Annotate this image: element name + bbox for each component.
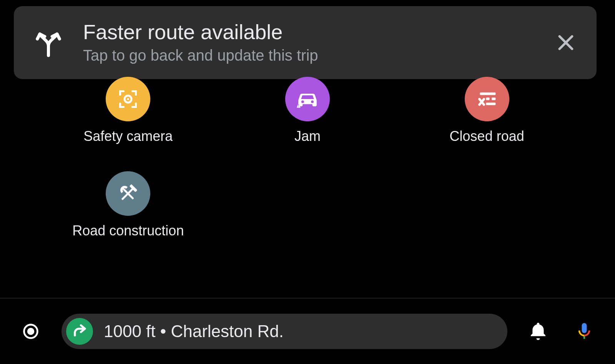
route-split-icon [25, 20, 71, 66]
svg-rect-5 [298, 106, 299, 107]
road-closed-icon [465, 77, 509, 121]
svg-point-14 [27, 328, 35, 335]
report-label: Road construction [72, 223, 184, 239]
banner-text-block: Faster route available Tap to go back an… [83, 21, 550, 64]
voice-assistant-button[interactable] [569, 316, 600, 347]
report-label: Jam [294, 128, 321, 144]
report-label: Closed road [450, 128, 524, 144]
svg-rect-8 [492, 98, 496, 100]
direction-text: 1000 ft • Charleston Rd. [104, 322, 284, 341]
report-jam[interactable]: Jam [226, 77, 390, 144]
car-alert-icon [285, 77, 330, 121]
turn-right-icon [66, 318, 93, 345]
report-road-construction[interactable]: Road construction [46, 171, 210, 239]
svg-point-3 [311, 101, 314, 103]
svg-rect-9 [486, 103, 495, 105]
report-safety-camera[interactable]: Safety camera [46, 77, 210, 144]
report-label: Safety camera [83, 128, 173, 144]
close-icon[interactable] [550, 27, 581, 58]
bottom-bar: 1000 ft • Charleston Rd. [0, 299, 615, 364]
faster-route-banner[interactable]: Faster route available Tap to go back an… [14, 6, 597, 79]
svg-rect-4 [298, 104, 299, 106]
report-closed-road[interactable]: Closed road [405, 77, 569, 144]
camera-focus-icon [106, 77, 150, 121]
navigation-pill[interactable]: 1000 ft • Charleston Rd. [62, 314, 507, 349]
svg-point-2 [301, 101, 304, 103]
svg-rect-6 [480, 93, 495, 95]
bottom-divider [0, 298, 615, 298]
app-launcher-button[interactable] [15, 316, 46, 347]
report-grid: Safety camera Jam [0, 73, 615, 239]
svg-point-1 [127, 98, 129, 100]
banner-title: Faster route available [83, 21, 550, 43]
notifications-button[interactable] [523, 316, 554, 347]
banner-subtitle: Tap to go back and update this trip [83, 46, 550, 65]
tools-icon [106, 171, 150, 216]
svg-rect-7 [486, 98, 489, 100]
